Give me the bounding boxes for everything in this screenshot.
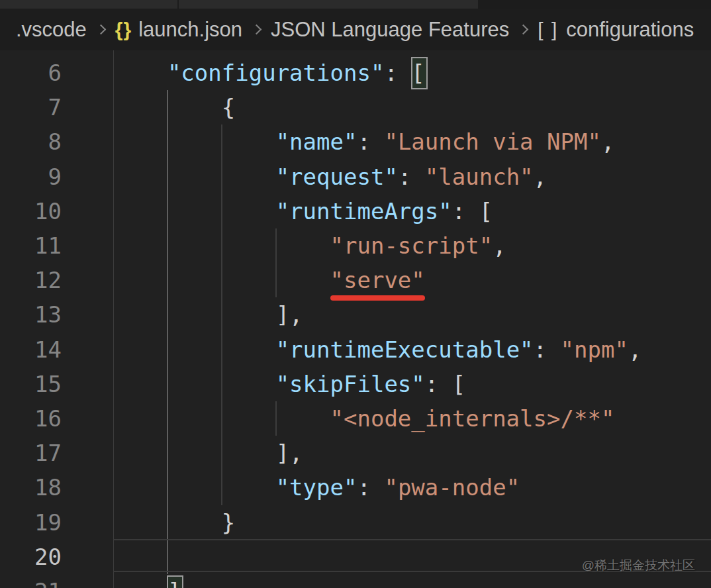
line-number[interactable]: 12	[0, 263, 62, 297]
code-line[interactable]: "runtimeArgs": [	[113, 194, 493, 228]
line-number[interactable]: 16	[0, 401, 62, 436]
code-line[interactable]: "configurations": [	[113, 56, 425, 90]
json-file-icon: {}	[115, 19, 132, 41]
code-token: ,	[493, 232, 506, 259]
code-token: :	[425, 371, 452, 397]
code-line[interactable]: "request": "launch",	[113, 160, 547, 194]
code-token: ,	[601, 128, 614, 155]
code-line[interactable]: "serve"	[113, 263, 425, 297]
breadcrumb-item-folder[interactable]: .vscode	[16, 18, 87, 42]
line-number[interactable]: 7	[0, 90, 62, 124]
vscode-window: .vscode {} launch.json JSON Language Fea…	[0, 0, 711, 588]
line-number[interactable]: 10	[0, 194, 62, 228]
error-underline	[330, 295, 425, 301]
code-line[interactable]: "run-script",	[113, 228, 506, 263]
symbol-array-icon: [ ]	[538, 19, 558, 41]
code-line[interactable]: ]	[113, 574, 181, 588]
code-line[interactable]: "runtimeExecutable": "npm",	[113, 332, 641, 367]
code-token: "serve"	[330, 267, 425, 293]
code-line[interactable]: "type": "pwa-node"	[113, 470, 520, 505]
code-token: "launch"	[425, 164, 534, 190]
code-token: :	[398, 164, 425, 190]
chevron-right-icon	[96, 24, 107, 35]
code-token: "<node_internals>/**"	[330, 405, 615, 432]
code-token: ]	[167, 578, 181, 588]
chevron-right-icon	[252, 24, 262, 35]
code-line[interactable]: ],	[113, 297, 303, 332]
tab-2[interactable]	[179, 0, 478, 9]
code-token: "npm"	[561, 336, 628, 363]
code-token: :	[452, 198, 479, 224]
code-token: "Launch via NPM"	[384, 128, 601, 155]
code-token: ],	[276, 440, 303, 466]
code-line[interactable]: "name": "Launch via NPM",	[113, 124, 614, 159]
line-number[interactable]: 21	[0, 574, 62, 588]
line-number[interactable]: 17	[0, 436, 62, 470]
line-number[interactable]: 19	[0, 505, 62, 540]
code-token: "runtimeExecutable"	[276, 336, 534, 363]
line-number[interactable]: 14	[0, 332, 62, 367]
code-line[interactable]: "skipFiles": [	[113, 367, 465, 401]
code-line[interactable]: }	[113, 505, 235, 540]
code-line[interactable]: ],	[113, 436, 303, 470]
watermark: @稀土掘金技术社区	[582, 557, 695, 574]
line-number[interactable]: 8	[0, 124, 62, 159]
code-line[interactable]: {	[113, 90, 235, 124]
line-number[interactable]: 18	[0, 470, 62, 505]
code-token: ,	[534, 164, 547, 190]
code-token: "type"	[276, 474, 357, 501]
line-number[interactable]: 13	[0, 297, 62, 332]
editor[interactable]: @稀土掘金技术社区 6 "configurations": [7 {8 "nam…	[0, 50, 711, 588]
code-token: [	[452, 371, 465, 397]
tab-1[interactable]	[0, 0, 177, 9]
code-token: "configurations"	[167, 60, 385, 86]
code-token: ],	[276, 301, 303, 328]
chevron-right-icon	[518, 24, 529, 35]
line-number[interactable]: 15	[0, 367, 62, 401]
code-token: [	[479, 198, 493, 224]
line-number[interactable]: 20	[0, 540, 62, 574]
line-number[interactable]: 11	[0, 228, 62, 263]
code-line[interactable]: "<node_internals>/**"	[113, 401, 614, 436]
code-token: :	[357, 474, 384, 501]
code-token: ,	[628, 336, 641, 363]
tab-bar	[0, 0, 711, 9]
breadcrumb-item-symbol[interactable]: configurations	[566, 18, 694, 42]
breadcrumb-item-file[interactable]: launch.json	[138, 18, 242, 42]
code-token: :	[357, 128, 384, 155]
code-token: {	[222, 94, 235, 121]
code-token: "run-script"	[330, 232, 493, 259]
code-token: "skipFiles"	[276, 371, 425, 397]
code-token: "pwa-node"	[384, 474, 520, 501]
code-token: "name"	[276, 128, 357, 155]
code-token: "runtimeArgs"	[276, 198, 452, 224]
line-number[interactable]: 6	[0, 56, 62, 90]
code-token: "request"	[276, 164, 398, 190]
line-number[interactable]: 9	[0, 160, 62, 194]
code-token: [	[411, 60, 424, 86]
breadcrumb: .vscode {} launch.json JSON Language Fea…	[0, 9, 711, 50]
code-token: }	[222, 509, 235, 536]
code-token: :	[534, 336, 561, 363]
breadcrumb-item-provider[interactable]: JSON Language Features	[271, 18, 509, 42]
code-token: :	[384, 60, 411, 86]
